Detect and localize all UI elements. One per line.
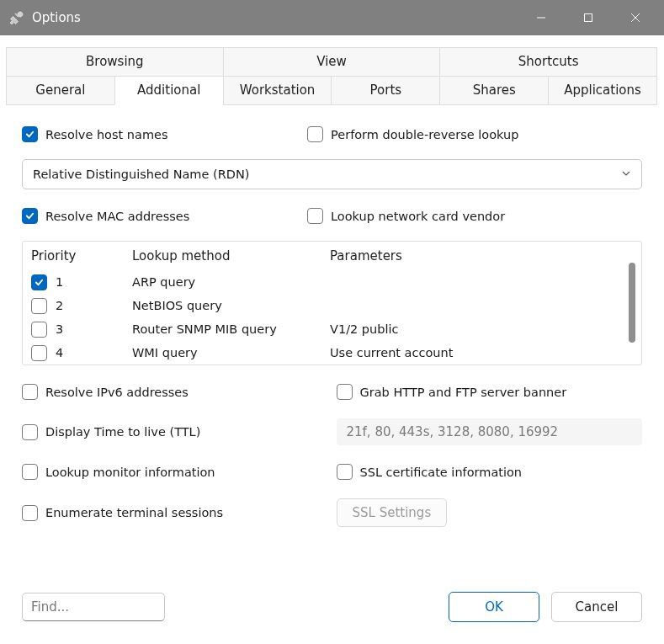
checkbox-label: Lookup monitor information [45, 466, 215, 479]
checkbox-label: Perform double-reverse lookup [331, 128, 518, 141]
row-method: ARP query [132, 275, 330, 289]
minimize-button[interactable] [518, 0, 565, 35]
checkbox-ssl-cert[interactable]: SSL certificate information [337, 464, 643, 480]
listview-row[interactable]: 2 NetBIOS query [23, 294, 623, 317]
checkbox-label: Display Time to live (TTL) [45, 425, 200, 439]
listview-lookup-methods[interactable]: Priority Lookup method Parameters 1 ARP … [22, 241, 642, 365]
checkbox-label: Enumerate terminal sessions [45, 506, 223, 519]
select-rdn[interactable]: Relative Distinguished Name (RDN) [22, 159, 642, 189]
checkbox-label: Lookup network card vendor [331, 210, 505, 223]
checkbox-label: SSL certificate information [360, 466, 523, 479]
chevron-down-icon [621, 168, 631, 181]
tab-browsing[interactable]: Browsing [6, 47, 224, 76]
col-method[interactable]: Lookup method [132, 248, 330, 263]
row-priority-checkbox[interactable]: 2 [31, 298, 132, 314]
row-method: WMI query [132, 346, 330, 359]
window-title: Options [32, 10, 81, 25]
listview-row[interactable]: 1 ARP query [23, 270, 623, 294]
col-params[interactable]: Parameters [330, 248, 614, 263]
checkbox-display-ttl[interactable]: Display Time to live (TTL) [22, 424, 328, 440]
checkbox-grab-banner[interactable]: Grab HTTP and FTP server banner [337, 384, 643, 400]
row-priority-checkbox[interactable]: 3 [31, 322, 132, 338]
row-priority-checkbox[interactable]: 4 [31, 345, 132, 361]
dialog-content: Browsing View Shortcuts General Addition… [7, 44, 657, 637]
ports-field-value: 21f, 80, 443s, 3128, 8080, 16992 [347, 424, 559, 439]
find-input[interactable]: Find... [22, 593, 165, 621]
checkbox-label: Grab HTTP and FTP server banner [360, 386, 567, 399]
tab-strip: Browsing View Shortcuts General Addition… [7, 47, 657, 105]
app-icon [8, 9, 25, 26]
tab-additional[interactable]: Additional [114, 76, 224, 105]
tab-shortcuts[interactable]: Shortcuts [439, 47, 657, 76]
col-priority[interactable]: Priority [31, 248, 132, 263]
row-priority-value: 1 [56, 275, 63, 289]
row-method: Router SNMP MIB query [132, 322, 330, 336]
tab-view[interactable]: View [223, 47, 441, 76]
checkbox-label: Resolve IPv6 addresses [45, 386, 189, 399]
tab-ports[interactable]: Ports [331, 76, 440, 105]
ssl-settings-button[interactable]: SSL Settings [337, 498, 448, 527]
listview-header[interactable]: Priority Lookup method Parameters [23, 242, 623, 270]
tab-general[interactable]: General [6, 76, 115, 105]
cancel-button[interactable]: Cancel [551, 592, 642, 622]
checkbox-resolve-ipv6[interactable]: Resolve IPv6 addresses [22, 384, 328, 400]
checkbox-enumerate-terminal[interactable]: Enumerate terminal sessions [22, 505, 328, 521]
checkbox-lookup-monitor[interactable]: Lookup monitor information [22, 464, 328, 480]
row-params: V1/2 public [330, 322, 614, 336]
maximize-button[interactable] [565, 0, 612, 35]
svg-rect-1 [585, 14, 592, 22]
pane-additional: Resolve host names Perform double-revers… [7, 108, 657, 578]
listview-row[interactable]: 4 WMI query Use current account [23, 341, 623, 365]
ok-button[interactable]: OK [449, 592, 539, 622]
checkbox-resolve-host-names[interactable]: Resolve host names [22, 126, 307, 142]
tab-workstation[interactable]: Workstation [223, 76, 332, 105]
checkbox-label: Resolve host names [45, 128, 168, 141]
find-placeholder: Find... [31, 599, 69, 615]
dialog-footer: Find... OK Cancel [22, 592, 642, 622]
select-value: Relative Distinguished Name (RDN) [33, 168, 249, 181]
checkbox-double-reverse-lookup[interactable]: Perform double-reverse lookup [307, 126, 642, 142]
row-priority-checkbox[interactable]: 1 [31, 274, 132, 290]
row-priority-value: 4 [56, 346, 63, 359]
close-button[interactable] [612, 0, 659, 35]
listview-row[interactable]: 3 Router SNMP MIB query V1/2 public [23, 317, 623, 341]
row-priority-value: 2 [56, 299, 63, 312]
ports-field[interactable]: 21f, 80, 443s, 3128, 8080, 16992 [337, 418, 643, 445]
titlebar[interactable]: Options [0, 0, 664, 35]
tab-shares[interactable]: Shares [439, 76, 549, 105]
tab-applications[interactable]: Applications [548, 76, 657, 105]
row-method: NetBIOS query [132, 299, 330, 312]
checkbox-label: Resolve MAC addresses [45, 210, 189, 223]
listview-scrollbar[interactable] [623, 242, 641, 365]
scrollbar-thumb[interactable] [629, 263, 635, 343]
row-params: Use current account [330, 346, 614, 359]
row-priority-value: 3 [56, 322, 63, 336]
checkbox-resolve-mac[interactable]: Resolve MAC addresses [22, 208, 307, 224]
checkbox-lookup-vendor[interactable]: Lookup network card vendor [307, 208, 642, 224]
